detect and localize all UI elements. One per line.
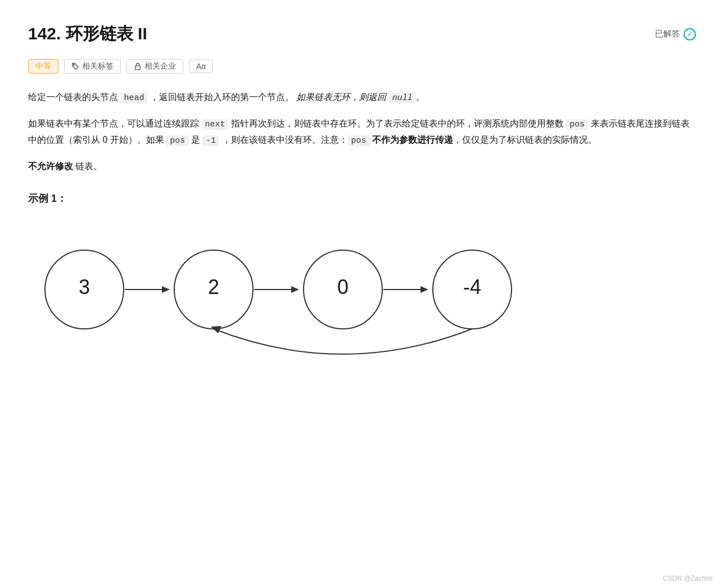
problem-line2: 如果链表中有某个节点，可以通过连续跟踪 next 指针再次到达，则链表中存在环。… — [28, 116, 696, 148]
code-neg1: -1 — [202, 135, 219, 146]
code-pos2: pos — [166, 135, 188, 146]
svg-marker-16 — [211, 326, 221, 333]
code-pos3: pos — [348, 135, 370, 146]
solved-badge: 已解答 ✓ — [655, 28, 696, 40]
svg-rect-1 — [135, 66, 141, 70]
tags-row: 中等 相关标签 相关企业 Aα — [28, 59, 696, 74]
watermark: CSDN @Zachos — [663, 575, 713, 582]
svg-marker-9 — [291, 286, 299, 293]
problem-line3: 不允许修改 链表。 — [28, 159, 696, 175]
related-tags-button[interactable]: 相关标签 — [64, 59, 121, 74]
lock-icon — [134, 62, 142, 70]
code-head: head — [120, 93, 147, 103]
svg-text:0: 0 — [337, 275, 349, 298]
svg-text:-4: -4 — [463, 275, 481, 298]
diagram: 3 2 0 -4 — [28, 216, 696, 385]
difficulty-tag[interactable]: 中等 — [28, 59, 58, 74]
problem-line1: 给定一个链表的头节点 head ，返回链表开始入环的第一个节点。 如果链表无环，… — [28, 89, 696, 106]
svg-text:3: 3 — [79, 275, 90, 298]
example1-title: 示例 1： — [28, 192, 696, 205]
code-pos: pos — [566, 119, 588, 130]
svg-marker-13 — [420, 286, 428, 293]
code-next: next — [201, 119, 228, 130]
related-company-button[interactable]: 相关企业 — [126, 59, 183, 74]
code-null: null — [389, 93, 416, 103]
tag-icon — [71, 62, 79, 70]
solved-label: 已解答 — [655, 29, 680, 39]
svg-marker-5 — [162, 286, 170, 293]
font-button[interactable]: Aα — [189, 60, 213, 73]
svg-point-0 — [74, 65, 75, 66]
page-title: 142. 环形链表 II — [28, 22, 147, 46]
solved-check-icon: ✓ — [684, 28, 696, 40]
svg-text:2: 2 — [208, 275, 219, 298]
